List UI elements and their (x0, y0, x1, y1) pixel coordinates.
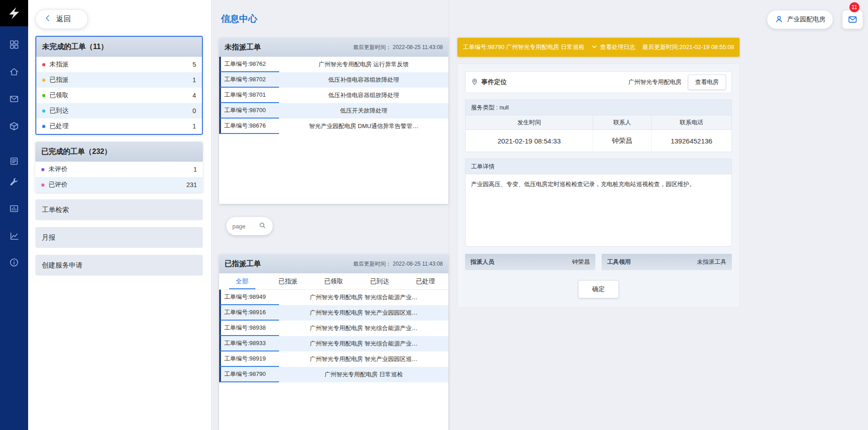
work-order-desc: 广州智光专用配电房 智光综合能源产业… (279, 336, 448, 351)
package-icon[interactable] (0, 117, 28, 135)
search-icon[interactable] (259, 222, 266, 231)
work-order-id: 工单编号:98938 (219, 321, 279, 336)
chart-bar-icon[interactable] (0, 200, 28, 218)
status-count: 4 (192, 92, 196, 99)
info-icon[interactable] (0, 253, 28, 272)
assigned-panel-title: 已指派工单 (225, 259, 261, 269)
finished-card: 已完成的工单（232） 未评价 1 已评价 231 (35, 142, 203, 193)
work-order-id: 工单编号:98949 (219, 290, 279, 305)
assignee-value: 钟荣昌 (572, 258, 590, 266)
chevron-down-icon (591, 44, 598, 51)
status-row-unassigned[interactable]: 未指派 5 (36, 57, 202, 72)
work-order-row[interactable]: 工单编号:98701 低压补偿电容器组故障处理 (219, 88, 448, 103)
dashboard-icon[interactable] (0, 35, 28, 54)
assigned-rows: 工单编号:98949 广州智光专用配电房 智光综合能源产业… 工单编号:9891… (219, 290, 448, 382)
status-row-assigned[interactable]: 已指派 1 (36, 72, 202, 88)
tab-arrived[interactable]: 已到达 (357, 273, 402, 289)
work-order-id: 工单编号:98933 (219, 336, 279, 351)
status-count: 5 (192, 61, 196, 68)
view-power-room-button[interactable]: 查看电房 (688, 74, 726, 90)
work-order-desc: 智光产业园配电房 DMU通信异常告警管… (279, 119, 448, 134)
status-label: 已评价 (49, 181, 68, 189)
tools-bar: 工具领用 未指派工具 (602, 254, 732, 270)
app-logo[interactable] (0, 0, 28, 26)
status-dot (42, 94, 45, 97)
work-order-row[interactable]: 工单编号:98762 广州智光专用配电房 运行异常反馈 (219, 57, 448, 72)
work-order-row[interactable]: 工单编号:98949 广州智光专用配电房 智光综合能源产业… (219, 290, 448, 305)
status-count: 0 (192, 107, 196, 114)
tab-assigned[interactable]: 已指派 (265, 273, 311, 289)
status-row-rated[interactable]: 已评价 231 (35, 177, 203, 193)
link-monthly-report[interactable]: 月报 (35, 227, 203, 248)
status-dot (41, 183, 44, 187)
work-order-row[interactable]: 工单编号:98933 广州智光专用配电房 智光综合能源产业… (219, 336, 448, 351)
tab-processed[interactable]: 已处理 (402, 273, 448, 289)
status-dot (42, 63, 45, 66)
mail-rail-icon[interactable] (0, 90, 28, 108)
status-label: 未指派 (49, 60, 69, 69)
tab-claimed[interactable]: 已领取 (311, 273, 357, 289)
tab-all[interactable]: 全部 (219, 273, 265, 289)
work-order-row[interactable]: 工单编号:98702 低压补偿电容器组故障处理 (219, 72, 448, 88)
detail-card: 事件定位 广州智光专用配电房 查看电房 服务类型 : null 发生时间 联系人… (457, 63, 740, 308)
status-row-processed[interactable]: 已处理 1 (36, 119, 202, 134)
back-button[interactable]: 返回 (35, 9, 88, 29)
list-icon[interactable] (0, 152, 28, 170)
status-count: 1 (192, 76, 196, 84)
work-order-details-label: 工单详情 (466, 159, 731, 174)
col-contact-phone: 联系电话 (652, 115, 731, 130)
chart-line-icon[interactable] (0, 227, 28, 245)
left-panel: 返回 未完成的工单（11） 未指派 5 已指派 1 已领取 4 已到达 0 已处… (28, 0, 211, 430)
event-location-value: 广州智光专用配电房 (628, 78, 682, 86)
chevron-left-icon (44, 14, 52, 24)
finished-title: 已完成的工单（232） (35, 142, 203, 162)
user-icon (775, 15, 784, 25)
service-type-block: 服务类型 : null 发生时间 联系人 联系电话 2021-02-19 08:… (465, 99, 732, 152)
confirm-button[interactable]: 确定 (578, 280, 619, 298)
view-log-link[interactable]: 查看处理日志 (591, 43, 635, 51)
unassigned-panel-header: 未指派工单 最后更新时间： 2022-08-25 11:43:08 (219, 38, 448, 57)
assignment-bars: 指派人员 钟荣昌 工具领用 未指派工具 (465, 254, 732, 270)
work-order-row[interactable]: 工单编号:98919 广州智光专用配电房 智光产业园园区巡… (219, 351, 448, 367)
mail-button[interactable] (842, 10, 863, 29)
contact-table-header: 发生时间 联系人 联系电话 (466, 115, 731, 130)
status-label: 已指派 (49, 76, 69, 84)
work-order-desc: 广州智光专用配电房 智光综合能源产业… (279, 290, 448, 305)
status-dot (42, 109, 45, 113)
work-order-row[interactable]: 工单编号:98938 广州智光专用配电房 智光综合能源产业… (219, 321, 448, 336)
status-label: 已处理 (49, 122, 69, 130)
contact-phone: 13926452136 (652, 130, 731, 152)
user-account-button[interactable]: 产业园配电房 (767, 10, 833, 29)
work-order-id: 工单编号:98762 (219, 57, 279, 72)
work-order-id: 工单编号:98701 (219, 88, 279, 103)
event-location-row: 事件定位 广州智光专用配电房 查看电房 (465, 71, 732, 93)
contact-name: 钟荣昌 (593, 130, 652, 152)
unassigned-panel-title: 未指派工单 (225, 43, 261, 52)
link-work-order-search[interactable]: 工单检索 (35, 199, 203, 220)
contact-table-row: 2021-02-19 08:54:33 钟荣昌 13926452136 (466, 130, 731, 152)
detail-header-bar: 工单编号:98790 广州智光专用配电房 日常巡检 查看处理日志 最后更新时间:… (457, 38, 740, 57)
status-dot (42, 79, 45, 82)
work-order-id: 工单编号:98916 (219, 305, 279, 321)
assigned-tabs: 全部 已指派 已领取 已到达 已处理 (219, 273, 448, 290)
work-order-desc: 广州智光专用配电房 智光产业园园区巡… (279, 351, 448, 367)
work-order-row-selected[interactable]: 工单编号:98790 广州智光专用配电房 日常巡检 (219, 367, 448, 382)
wrench-icon[interactable] (0, 173, 28, 191)
status-row-claimed[interactable]: 已领取 4 (36, 88, 202, 103)
work-order-row[interactable]: 工单编号:98916 广州智光专用配电房 智光产业园园区巡… (219, 305, 448, 321)
work-order-desc: 广州智光专用配电房 智光产业园园区巡… (279, 305, 448, 321)
home-icon[interactable] (0, 63, 28, 81)
page-search-input[interactable] (232, 223, 256, 230)
page-search[interactable] (226, 217, 273, 235)
assignee-bar: 指派人员 钟荣昌 (465, 254, 595, 270)
unassigned-rows: 工单编号:98762 广州智光专用配电房 运行异常反馈 工单编号:98702 低… (219, 57, 448, 204)
link-create-service-request[interactable]: 创建服务申请 (35, 255, 203, 276)
work-order-row[interactable]: 工单编号:98676 智光产业园配电房 DMU通信异常告警管… (219, 119, 448, 134)
detail-last-updated: 最后更新时间:2021-02-19 08:55:08 (642, 43, 734, 51)
status-row-arrived[interactable]: 已到达 0 (36, 103, 202, 119)
status-row-unrated[interactable]: 未评价 1 (35, 162, 203, 177)
work-order-row[interactable]: 工单编号:98700 低压开关故障处理 (219, 103, 448, 119)
column-divider (449, 0, 449, 430)
status-label: 已领取 (49, 91, 69, 99)
assigned-last-updated: 最后更新时间： 2022-08-25 11:43:08 (353, 260, 443, 268)
